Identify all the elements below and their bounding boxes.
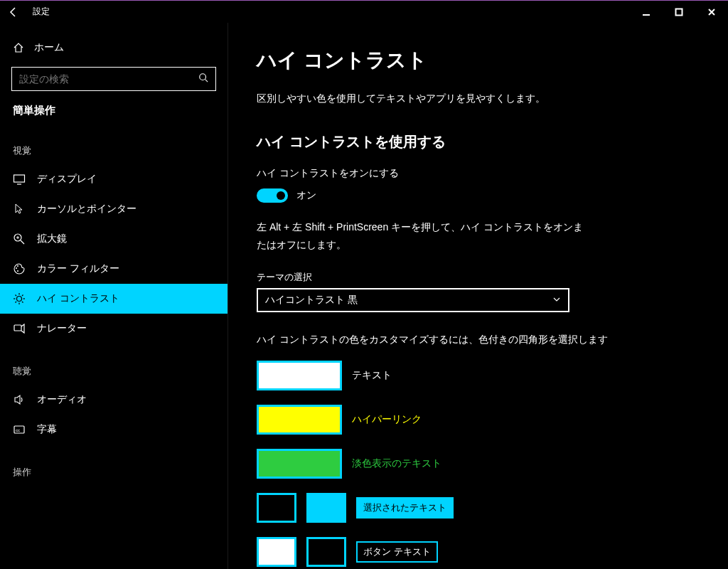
theme-label: テーマの選択: [257, 271, 700, 284]
swatch-button-fg[interactable]: [257, 537, 296, 567]
swatch-selected-fg[interactable]: [257, 493, 296, 523]
sidebar-item-label: ディスプレイ: [37, 173, 97, 186]
swatch-label: 選択されたテキスト: [356, 497, 454, 519]
brightness-icon: [13, 292, 26, 305]
sidebar-item-label: オーディオ: [37, 393, 87, 406]
swatch-label: テキスト: [352, 369, 392, 382]
section-heading: ハイ コントラストを使用する: [257, 132, 700, 151]
highcontrast-toggle[interactable]: [257, 188, 288, 203]
window-controls: [630, 1, 728, 23]
magnifier-icon: [13, 233, 26, 245]
svg-line-20: [16, 302, 17, 303]
window-title: 設定: [33, 6, 50, 18]
sidebar-item-audio[interactable]: オーディオ: [0, 385, 228, 415]
svg-text:cc: cc: [16, 428, 20, 432]
swatch-disabled[interactable]: [257, 449, 342, 479]
svg-point-13: [17, 297, 22, 302]
svg-point-10: [16, 267, 17, 269]
category-hearing: 聴覚: [0, 344, 228, 385]
sidebar-item-label: 字幕: [37, 423, 57, 436]
sidebar-item-label: カーソルとポインター: [37, 203, 136, 216]
search-field[interactable]: [19, 73, 198, 85]
svg-rect-4: [14, 175, 25, 182]
shortcut-hint: 左 Alt + 左 Shift + PrintScreen キーを押して、ハイ …: [257, 218, 584, 254]
swatch-hyperlink[interactable]: [257, 405, 342, 435]
toggle-state: オン: [296, 189, 316, 202]
back-icon[interactable]: [7, 6, 20, 18]
search-input[interactable]: [11, 67, 216, 91]
svg-rect-0: [643, 14, 650, 16]
close-button[interactable]: [695, 1, 728, 23]
narrator-icon: [13, 322, 26, 335]
swatch-row-button: ボタン テキスト: [257, 537, 700, 567]
sidebar-item-colorfilter[interactable]: カラー フィルター: [0, 254, 228, 284]
display-icon: [13, 173, 26, 186]
swatch-row-disabled: 淡色表示のテキスト: [257, 449, 700, 479]
sidebar: ホーム 簡単操作 視覚 ディスプレイ カーソルとポインター 拡大鏡 カラ: [0, 23, 228, 569]
chevron-down-icon: [552, 295, 561, 305]
page-title: ハイ コントラスト: [257, 47, 700, 74]
home-icon: [13, 42, 24, 53]
category-visual: 視覚: [0, 123, 228, 164]
theme-dropdown[interactable]: ハイコントラスト 黒: [257, 288, 569, 312]
swatch-text[interactable]: [257, 361, 342, 390]
sidebar-item-display[interactable]: ディスプレイ: [0, 164, 228, 194]
sidebar-item-captions[interactable]: cc 字幕: [0, 415, 228, 445]
sidebar-item-label: ナレーター: [37, 322, 87, 335]
page-description: 区別しやすい色を使用してテキストやアプリを見やすくします。: [257, 92, 700, 105]
svg-rect-1: [676, 9, 682, 15]
svg-line-21: [22, 295, 23, 297]
sidebar-item-magnifier[interactable]: 拡大鏡: [0, 224, 228, 254]
cursor-icon: [13, 203, 26, 216]
sidebar-item-label: 拡大鏡: [37, 233, 67, 245]
svg-rect-22: [14, 325, 21, 331]
swatch-label: ボタン テキスト: [356, 541, 438, 563]
svg-point-12: [17, 270, 18, 272]
customize-label: ハイ コントラストの色をカスタマイズするには、色付きの四角形を選択します: [257, 334, 700, 346]
home-link[interactable]: ホーム: [0, 41, 228, 67]
maximize-button[interactable]: [663, 1, 695, 23]
svg-line-3: [205, 80, 208, 83]
svg-point-11: [17, 265, 18, 267]
swatch-row-hyperlink: ハイパーリンク: [257, 405, 700, 435]
sidebar-item-cursor[interactable]: カーソルとポインター: [0, 194, 228, 224]
captions-icon: cc: [13, 423, 26, 436]
sidebar-item-narrator[interactable]: ナレーター: [0, 314, 228, 344]
sidebar-item-label: ハイ コントラスト: [37, 292, 119, 305]
home-label: ホーム: [34, 41, 64, 54]
titlebar: 設定: [0, 0, 728, 23]
group-title: 簡単操作: [0, 104, 228, 123]
svg-line-7: [21, 240, 24, 244]
minimize-button[interactable]: [630, 1, 663, 23]
svg-line-19: [22, 302, 23, 303]
toggle-label: ハイ コントラストをオンにする: [257, 167, 700, 180]
dropdown-value: ハイコントラスト 黒: [265, 294, 358, 307]
swatch-row-text: テキスト: [257, 361, 700, 390]
swatch-label: 淡色表示のテキスト: [352, 457, 441, 470]
swatch-selected-bg[interactable]: [306, 493, 346, 523]
swatch-row-selected: 選択されたテキスト: [257, 493, 700, 523]
category-interaction: 操作: [0, 445, 228, 486]
swatch-button-bg[interactable]: [306, 537, 346, 567]
sidebar-item-highcontrast[interactable]: ハイ コントラスト: [0, 284, 228, 314]
main-content: ハイ コントラスト 区別しやすい色を使用してテキストやアプリを見やすくします。 …: [228, 23, 728, 569]
sidebar-item-label: カラー フィルター: [37, 262, 119, 275]
svg-point-2: [200, 74, 206, 80]
palette-icon: [13, 262, 26, 275]
svg-line-18: [16, 295, 17, 297]
swatch-label: ハイパーリンク: [352, 413, 422, 426]
audio-icon: [13, 393, 26, 406]
search-icon: [198, 73, 208, 85]
